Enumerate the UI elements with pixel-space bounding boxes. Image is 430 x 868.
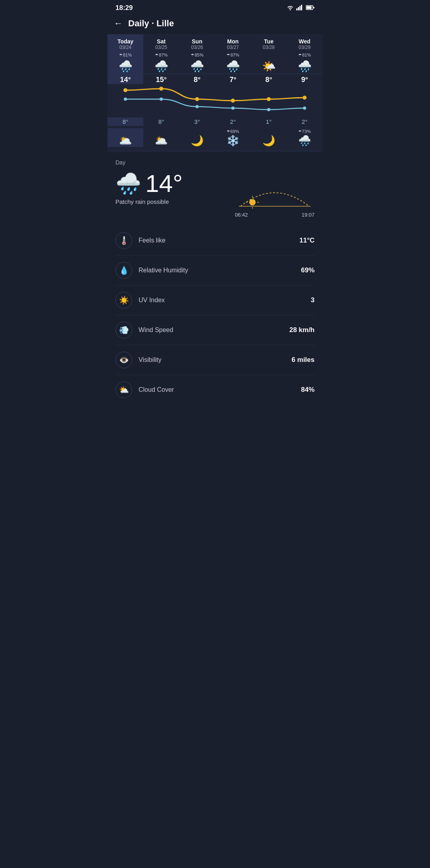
header-title: Daily · Lille — [128, 18, 174, 29]
day-date: 03/26 — [191, 45, 203, 50]
feels-like-icon-circle: 🌡️ — [115, 232, 132, 249]
visibility-icon: 👁️ — [119, 355, 129, 365]
humidity-label: Relative Humidity — [139, 267, 301, 274]
day-col-3[interactable]: Mon 03/27 ☂87% 🌧️ — [215, 34, 251, 74]
day-icon: 🌧️ — [190, 60, 204, 73]
day-icon: 🌧️ — [154, 60, 168, 73]
uv-value: 3 — [311, 296, 315, 304]
day-name: Sun — [192, 38, 202, 45]
svg-point-9 — [195, 97, 199, 101]
night-row: 🌥️ 🌥️ 🌙 ☂ 69% ❄️ 🌙 ☂ 73% 🌧️ — [108, 128, 322, 151]
low-temp-col-0: 8° — [108, 117, 143, 126]
day-date: 03/24 — [119, 45, 131, 50]
high-temps-row: 14°15°8°7°8°9° — [108, 74, 322, 84]
header: ← Daily · Lille — [108, 14, 322, 34]
metric-cloud-cover: ⛅ Cloud Cover 84% — [115, 375, 315, 405]
temperature-chart — [108, 84, 322, 117]
sunrise-time: 06:42 — [235, 212, 248, 218]
night-icon: 🌙 — [191, 135, 203, 147]
low-temp-col-2: 3° — [179, 117, 215, 126]
svg-point-13 — [124, 98, 127, 101]
svg-point-15 — [195, 105, 199, 108]
back-button[interactable]: ← — [114, 18, 123, 29]
svg-point-10 — [231, 99, 235, 103]
uv-icon-circle: ☀️ — [115, 292, 132, 309]
day-detail: Day 🌧️ 14° Patchy rain possible — [108, 151, 322, 409]
day-col-1[interactable]: Sat 03/25 ☂87% 🌧️ — [143, 34, 179, 74]
day-col-2[interactable]: Sun 03/26 ☂85% 🌧️ — [179, 34, 215, 74]
night-icon: 🌧️ — [298, 135, 311, 147]
day-icon: 🌤️ — [262, 60, 276, 73]
day-col-0[interactable]: Today 03/24 ☂81% 🌧️ — [108, 34, 143, 74]
cloud-cover-value: 84% — [301, 386, 315, 394]
precip-row: ☂87% — [227, 52, 239, 58]
high-temp-col-1: 15° — [143, 74, 179, 84]
svg-point-17 — [267, 108, 270, 111]
night-precip: ☂ 73% — [298, 128, 311, 135]
high-temp-col-2: 8° — [179, 74, 215, 84]
svg-point-14 — [160, 98, 163, 101]
umbrella-icon: ☂ — [227, 129, 230, 134]
svg-point-16 — [231, 107, 235, 110]
wind-value: 28 km/h — [289, 326, 315, 334]
umbrella-icon: ☂ — [298, 53, 302, 57]
sunset-time: 19:07 — [301, 212, 315, 218]
sun-arc-svg — [235, 175, 315, 211]
metric-wind: 💨 Wind Speed 28 km/h — [115, 315, 315, 345]
status-time: 18:29 — [115, 4, 133, 12]
feels-like-icon: 🌡️ — [119, 236, 129, 245]
low-temp-col-4: 1° — [251, 117, 287, 126]
visibility-icon-circle: 👁️ — [115, 352, 132, 368]
precip-pct: 87% — [159, 53, 168, 57]
low-temp-col-5: 2° — [287, 117, 322, 126]
svg-point-12 — [303, 96, 307, 100]
svg-rect-5 — [307, 6, 312, 9]
wind-label: Wind Speed — [139, 326, 289, 334]
wind-icon: 💨 — [119, 325, 129, 335]
signal-icon — [296, 5, 303, 12]
svg-point-11 — [267, 97, 271, 101]
high-temp-col-0: 14° — [108, 74, 143, 84]
visibility-label: Visibility — [139, 356, 291, 364]
precip-row: ☂85% — [191, 52, 203, 58]
feels-like-label: Feels like — [139, 237, 299, 244]
precip-pct: 87% — [231, 53, 239, 57]
metric-feels-like: 🌡️ Feels like 11°C — [115, 226, 315, 256]
high-temp-col-4: 8° — [251, 74, 287, 84]
day-icon: 🌧️ — [226, 60, 240, 73]
sun-times: 06:42 19:07 — [235, 212, 315, 218]
day-col-5[interactable]: Wed 03/29 ☂81% 🌧️ — [287, 34, 322, 74]
night-col-2: 🌙 — [179, 128, 215, 147]
cloud-cover-label: Cloud Cover — [139, 386, 301, 393]
day-temperature: 14° — [145, 171, 183, 196]
night-icon: 🌙 — [262, 135, 275, 147]
day-name: Mon — [227, 38, 239, 45]
metrics-section: 🌡️ Feels like 11°C 💧 Relative Humidity 6… — [115, 226, 315, 405]
low-temps-row: 8°8°3°2°1°2° — [108, 117, 322, 128]
temp-left: 🌧️ 14° Patchy rain possible — [115, 171, 183, 205]
night-col-1: 🌥️ — [143, 128, 179, 147]
daily-grid: Today 03/24 ☂81% 🌧️ Sat 03/25 ☂87% 🌧️ Su… — [108, 34, 322, 74]
feels-like-value: 11°C — [299, 237, 315, 244]
svg-point-20 — [249, 199, 256, 205]
day-col-4[interactable]: Tue 03/28 🌤️ — [251, 34, 287, 74]
low-temp-col-1: 8° — [143, 117, 179, 126]
day-date: 03/28 — [263, 45, 275, 50]
svg-rect-1 — [298, 7, 299, 10]
precip-pct: 85% — [195, 53, 203, 57]
day-label: Day — [115, 159, 315, 166]
cloud-cover-icon-circle: ⛅ — [115, 381, 132, 398]
svg-point-18 — [303, 107, 306, 110]
day-name: Today — [117, 38, 133, 45]
svg-rect-6 — [313, 7, 315, 8]
day-date: 03/29 — [299, 45, 311, 50]
humidity-value: 69% — [301, 266, 315, 274]
svg-point-7 — [123, 88, 127, 92]
night-icon: ❄️ — [227, 135, 239, 147]
umbrella-icon: ☂ — [191, 53, 194, 57]
day-date: 03/25 — [155, 45, 167, 50]
current-weather-row: 🌧️ 14° Patchy rain possible 06:42 19:07 — [115, 171, 315, 218]
umbrella-icon: ☂ — [227, 53, 230, 57]
humidity-icon: 💧 — [119, 266, 129, 275]
high-temp-col-5: 9° — [287, 74, 322, 84]
